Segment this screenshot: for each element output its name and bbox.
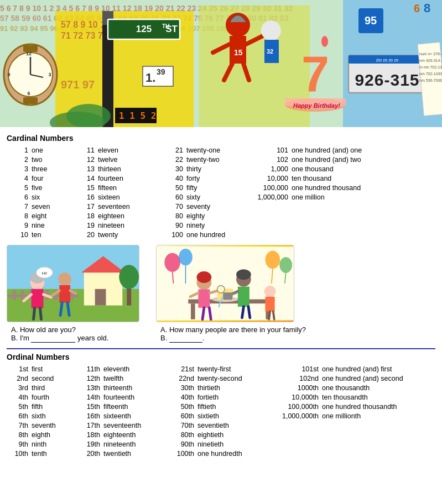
num-row: 4thfourth xyxy=(7,393,79,402)
svg-line-114 xyxy=(209,308,211,319)
svg-rect-124 xyxy=(265,297,274,312)
cardinal-grid: 1one 2two 3three 4four 5five 6six 7seven… xyxy=(7,146,435,239)
svg-text:971 97: 971 97 xyxy=(61,78,95,91)
svg-line-121 xyxy=(242,307,244,318)
num-row: 3rdthird xyxy=(7,384,79,392)
svg-text:Happy Birthday!: Happy Birthday! xyxy=(293,102,340,109)
qa-right-question: A. How many people are there in your fam… xyxy=(160,326,306,334)
num-row: 100thone hundredth xyxy=(173,449,272,458)
cardinal-col-3: 21twenty-one 22twenty-two 30thirty 40for… xyxy=(162,146,250,239)
svg-text:39: 39 xyxy=(157,67,165,76)
svg-rect-68 xyxy=(13,290,16,300)
num-row: 40thfortieth xyxy=(173,393,272,402)
cardinal-col-1: 1one 2two 3three 4four 5five 6six 7seven… xyxy=(7,146,73,239)
svg-point-42 xyxy=(321,36,328,47)
svg-line-83 xyxy=(40,308,41,319)
left-scene: Hi! A. How old are you? B. I'm years old… xyxy=(7,245,139,343)
num-row: 30thirty xyxy=(162,165,250,174)
svg-rect-86 xyxy=(59,285,70,303)
num-row: 18eighteen xyxy=(73,212,162,221)
svg-rect-79 xyxy=(32,289,44,308)
cardinal-section: Cardinal Numbers 1one 2two 3three 4four … xyxy=(7,134,435,239)
svg-text:6: 6 xyxy=(414,2,420,14)
svg-point-94 xyxy=(164,253,180,272)
num-row: 17seventeen xyxy=(73,202,162,211)
num-row: 11theleventh xyxy=(79,365,173,374)
num-row: 15fifteen xyxy=(73,183,162,192)
num-row: 19thnineteenth xyxy=(79,440,173,449)
num-row: 80eighty xyxy=(162,212,250,221)
num-row: 1stfirst xyxy=(7,365,79,374)
qa-right-answer: B. . xyxy=(160,334,306,343)
svg-text:926-315: 926-315 xyxy=(355,71,419,89)
svg-point-85 xyxy=(58,272,71,286)
num-row: 14thfourteenth xyxy=(79,393,173,402)
num-row: 9nine xyxy=(7,221,73,230)
num-row: 100,000one hundred thousand xyxy=(250,183,405,192)
svg-rect-66 xyxy=(95,289,106,306)
svg-line-89 xyxy=(60,303,62,316)
svg-text:95: 95 xyxy=(365,14,377,27)
svg-text:1.: 1. xyxy=(145,71,155,85)
svg-rect-19 xyxy=(23,97,38,104)
svg-text:125: 125 xyxy=(136,24,152,34)
num-row: 10,000thten thousandth xyxy=(272,393,442,402)
num-row: 16sixteen xyxy=(73,193,162,202)
qa-left: A. How old are you? B. I'm years old. xyxy=(11,326,108,343)
svg-rect-103 xyxy=(191,303,195,319)
num-row: 21twenty-one xyxy=(162,146,250,155)
svg-point-116 xyxy=(236,269,251,280)
num-row: 5five xyxy=(7,183,73,192)
svg-rect-109 xyxy=(198,289,210,307)
num-row: 90thninetieth xyxy=(173,440,272,449)
svg-text:3: 3 xyxy=(48,72,51,77)
num-row: 8theighth xyxy=(7,431,79,439)
num-row: 4four xyxy=(7,174,73,183)
num-row: 50thfiftieth xyxy=(173,402,272,411)
num-row: 3three xyxy=(7,165,73,174)
svg-text:1 1 5 2: 1 1 5 2 xyxy=(119,111,156,121)
section-divider xyxy=(7,348,435,349)
svg-text:7: 7 xyxy=(301,46,329,102)
svg-point-123 xyxy=(264,286,276,297)
num-row: 9thninth xyxy=(7,440,79,449)
num-row: 2ndsecond xyxy=(7,374,79,383)
num-row: 12twelve xyxy=(73,155,162,164)
right-scene: A. How many people are there in your fam… xyxy=(156,245,306,343)
num-row: 1,000,000thone millionth xyxy=(272,412,442,421)
num-row: 13thirteen xyxy=(73,165,162,174)
svg-point-108 xyxy=(196,271,211,283)
svg-line-122 xyxy=(248,307,250,318)
right-illustration xyxy=(156,245,294,322)
ordinal-col-1: 1stfirst 2ndsecond 3rdthird 4thfourth 5t… xyxy=(7,365,79,458)
cardinal-title: Cardinal Numbers xyxy=(7,134,435,143)
svg-text:9: 9 xyxy=(7,72,10,77)
num-row: 1000thone thousandth xyxy=(272,384,442,392)
num-row: 11eleven xyxy=(73,146,162,155)
num-row: 80theightieth xyxy=(173,431,272,439)
num-row: 14fourteen xyxy=(73,174,162,183)
svg-line-126 xyxy=(273,312,274,319)
num-row: 2two xyxy=(7,155,73,164)
num-row: 12thtwelfth xyxy=(79,374,173,383)
svg-text:6: 6 xyxy=(27,91,30,96)
qa-left-question: A. How old are you? xyxy=(11,326,108,334)
qa-left-answer: B. I'm years old. xyxy=(11,334,108,343)
num-row: 7seven xyxy=(7,202,73,211)
svg-point-96 xyxy=(179,249,193,266)
num-row: 30ththirtieth xyxy=(173,384,272,392)
num-row: 102one hundred (and) two xyxy=(250,155,405,164)
ordinal-grid: 1stfirst 2ndsecond 3rdthird 4thfourth 5t… xyxy=(7,365,435,458)
num-row: 100one hundred xyxy=(162,230,250,239)
num-row: 1one xyxy=(7,146,73,155)
num-row: 7thseventh xyxy=(7,421,79,430)
num-row: 22twenty-two xyxy=(162,155,250,164)
num-row: 15thfifteenth xyxy=(79,402,173,411)
svg-point-38 xyxy=(261,20,281,40)
svg-rect-117 xyxy=(238,287,249,307)
svg-text:ST: ST xyxy=(165,24,178,34)
num-row: 6six xyxy=(7,193,73,202)
num-row: 70thseventieth xyxy=(173,421,272,430)
num-row: 101one hundred (and) one xyxy=(250,146,405,155)
num-row: 19nineteen xyxy=(73,221,162,230)
